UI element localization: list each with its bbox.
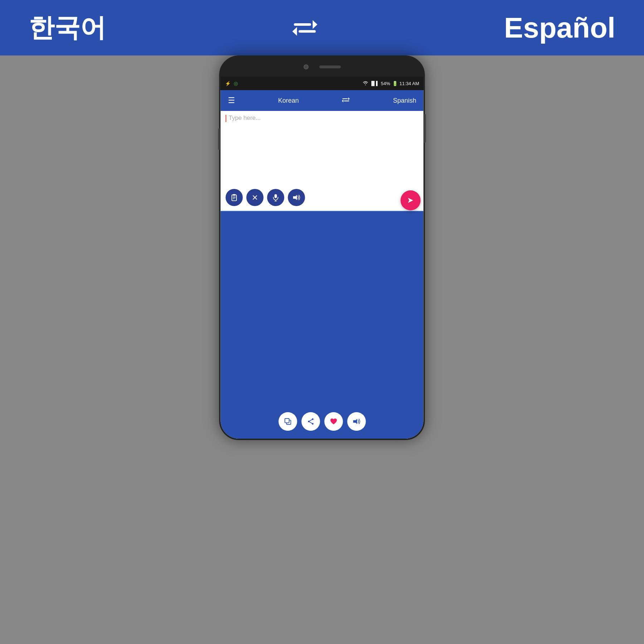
phone-top-bar [221,57,424,77]
output-section [221,211,424,439]
svg-rect-6 [344,100,349,101]
location-icon: ◎ [234,80,238,86]
microphone-button[interactable] [267,189,284,206]
translate-send-button[interactable] [401,190,421,210]
hamburger-menu-icon[interactable]: ☰ [228,97,235,104]
toolbar-swap-icon[interactable] [342,96,350,106]
output-controls [226,409,419,434]
svg-rect-10 [233,194,235,196]
power-button [424,114,426,143]
favorite-button[interactable] [324,412,343,431]
volume-input-button[interactable] [288,189,305,206]
svg-marker-1 [313,20,317,29]
input-section: Type here... [221,111,424,211]
time-display: 11:34 AM [400,81,419,86]
wifi-icon [362,81,368,86]
text-input-wrapper[interactable]: Type here... [226,114,419,186]
banner-source-language: 한국어 [29,11,106,45]
svg-marker-7 [342,99,343,102]
text-cursor [226,115,226,122]
svg-rect-16 [274,194,277,198]
svg-line-27 [309,421,313,424]
usb-icon: ⚡ [225,81,231,86]
status-left-icons: ⚡ ◎ [225,80,238,86]
volume-output-button[interactable] [347,412,366,431]
copy-translation-button[interactable] [278,412,297,431]
share-translation-button[interactable] [301,412,320,431]
battery-icon: 🔋 [392,81,398,86]
clipboard-button[interactable] [226,189,243,206]
status-right-info: ▐▌▌ 54% 🔋 11:34 AM [362,81,419,86]
battery-percent: 54% [381,81,390,86]
banner-swap-icon[interactable] [292,15,317,40]
svg-marker-28 [353,419,357,424]
svg-line-26 [309,419,313,421]
svg-rect-22 [285,419,289,423]
svg-rect-4 [342,98,348,99]
svg-marker-19 [293,195,297,200]
banner-target-language: Español [504,11,615,44]
app-toolbar: ☰ Korean Spanish [221,90,424,111]
svg-marker-5 [348,97,350,100]
svg-marker-20 [408,198,413,203]
earpiece-speaker [319,65,341,68]
input-placeholder: Type here... [229,114,261,121]
clear-button[interactable] [247,189,264,206]
svg-rect-0 [294,23,311,25]
translation-output [226,216,419,409]
input-controls [226,186,419,208]
svg-rect-2 [299,30,316,33]
toolbar-source-language[interactable]: Korean [278,97,299,104]
top-banner: 한국어 Español [0,0,644,55]
svg-marker-3 [292,27,297,36]
app-screen: ☰ Korean Spanish Type here... [221,90,424,439]
front-camera [303,64,308,69]
status-bar: ⚡ ◎ ▐▌▌ 54% 🔋 11:34 AM [221,77,424,90]
phone-device: ⚡ ◎ ▐▌▌ 54% 🔋 11:34 AM ☰ Korean [219,55,425,440]
toolbar-target-language[interactable]: Spanish [393,97,416,104]
volume-button [218,128,220,150]
signal-icon: ▐▌▌ [370,81,379,86]
